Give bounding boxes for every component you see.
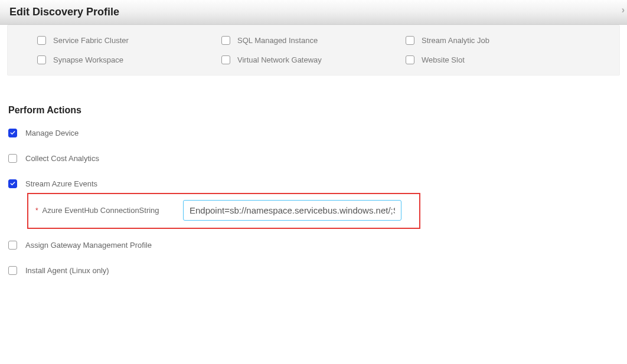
action-label: Manage Device — [25, 129, 79, 137]
services-row: Synapse Workspace Virtual Network Gatewa… — [37, 55, 590, 64]
checkbox-assign-gateway-profile[interactable] — [8, 241, 17, 250]
service-item: Website Slot — [406, 55, 590, 64]
action-item-stream-events: Stream Azure Events — [7, 179, 620, 188]
checkbox-service-fabric-cluster[interactable] — [37, 36, 46, 45]
action-label: Assign Gateway Management Profile — [25, 241, 152, 250]
service-label: SQL Managed Instance — [237, 36, 318, 45]
checkbox-install-agent[interactable] — [8, 266, 17, 275]
dialog-content: Service Fabric Cluster SQL Managed Insta… — [0, 25, 627, 309]
service-label: Service Fabric Cluster — [53, 36, 129, 45]
action-label: Collect Cost Analytics — [25, 154, 99, 163]
service-item: Synapse Workspace — [37, 55, 221, 64]
action-label: Stream Azure Events — [25, 179, 97, 188]
checkbox-virtual-network-gateway[interactable] — [221, 55, 230, 64]
checkbox-collect-cost-analytics[interactable] — [8, 154, 17, 163]
services-panel: Service Fabric Cluster SQL Managed Insta… — [7, 25, 620, 76]
action-label: Install Agent (Linux only) — [25, 266, 109, 275]
checkbox-stream-analytic-job[interactable] — [406, 36, 414, 45]
action-item-collect-cost: Collect Cost Analytics — [7, 154, 620, 163]
service-label: Synapse Workspace — [53, 55, 123, 64]
eventhub-field-label: * Azure EventHub ConnectionString — [35, 206, 183, 215]
service-label: Virtual Network Gateway — [237, 55, 322, 64]
checkbox-stream-azure-events[interactable] — [8, 179, 17, 188]
checkbox-manage-device[interactable] — [8, 129, 17, 137]
service-item: Service Fabric Cluster — [37, 36, 221, 45]
action-item-install-agent: Install Agent (Linux only) — [7, 266, 620, 275]
dialog-header: Edit Discovery Profile › — [0, 0, 627, 25]
required-asterisk: * — [35, 206, 38, 215]
services-row: Service Fabric Cluster SQL Managed Insta… — [37, 36, 590, 45]
service-item: SQL Managed Instance — [221, 36, 406, 45]
service-item: Virtual Network Gateway — [221, 55, 406, 64]
section-title-perform-actions: Perform Actions — [8, 105, 620, 116]
checkbox-synapse-workspace[interactable] — [37, 55, 46, 64]
checkbox-sql-managed-instance[interactable] — [221, 36, 230, 45]
eventhub-label-text: Azure EventHub ConnectionString — [43, 206, 159, 215]
dialog-title: Edit Discovery Profile — [9, 6, 119, 18]
checkbox-website-slot[interactable] — [406, 55, 414, 64]
eventhub-connectionstring-input[interactable] — [183, 200, 401, 221]
action-item-assign-gateway: Assign Gateway Management Profile — [7, 241, 620, 250]
eventhub-highlight-box: * Azure EventHub ConnectionString — [27, 193, 420, 229]
action-item-manage-device: Manage Device — [7, 129, 620, 137]
service-label: Website Slot — [422, 55, 465, 64]
service-label: Stream Analytic Job — [422, 36, 489, 45]
service-item: Stream Analytic Job — [406, 36, 590, 45]
close-icon[interactable]: › — [622, 5, 625, 15]
